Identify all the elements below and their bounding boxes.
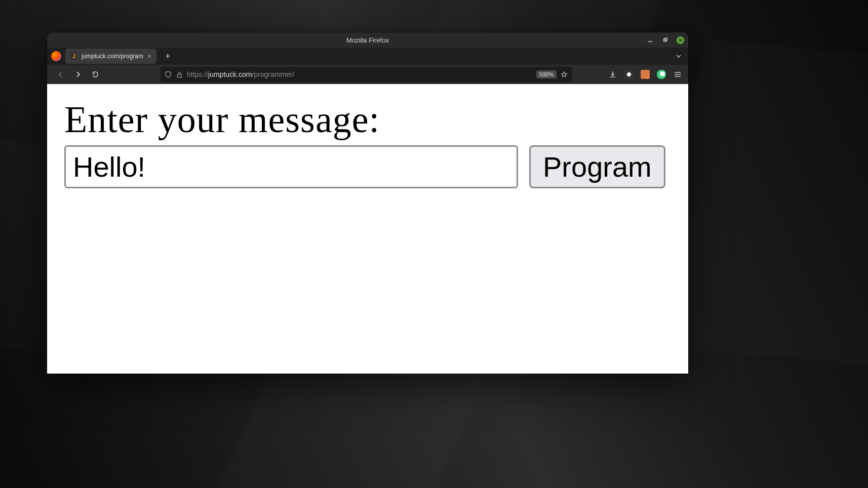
- shield-icon: [165, 71, 172, 78]
- browser-window: Mozilla Firefox J jumptuck.com/program ×…: [47, 32, 688, 374]
- url-host: jumptuck.com: [208, 70, 252, 78]
- svg-rect-5: [177, 74, 181, 77]
- downloads-button[interactable]: [608, 70, 617, 79]
- window-title: Mozilla Firefox: [346, 36, 389, 44]
- lock-icon: [176, 71, 183, 78]
- hamburger-menu-button[interactable]: [673, 70, 682, 79]
- extension-icon-2[interactable]: [641, 70, 650, 79]
- extension-icon-1[interactable]: [624, 70, 634, 79]
- tab-bar: J jumptuck.com/program × +: [47, 48, 688, 65]
- reload-button[interactable]: [88, 67, 103, 82]
- bookmark-star-icon[interactable]: [561, 71, 568, 78]
- toolbar-right: [608, 70, 682, 79]
- firefox-logo-icon: [51, 51, 61, 61]
- extension-toggle-icon[interactable]: [657, 70, 666, 79]
- browser-tab[interactable]: J jumptuck.com/program ×: [65, 49, 156, 64]
- tab-title: jumptuck.com/program: [82, 53, 143, 60]
- url-path: /programmer/: [252, 70, 294, 78]
- page-heading: Enter your message:: [64, 98, 671, 141]
- program-button[interactable]: Program: [529, 145, 665, 188]
- close-button[interactable]: [677, 36, 684, 44]
- back-button[interactable]: [53, 67, 68, 82]
- minimize-button[interactable]: [646, 36, 654, 44]
- url-protocol: https://: [187, 70, 208, 78]
- tab-close-button[interactable]: ×: [147, 52, 151, 60]
- new-tab-button[interactable]: +: [162, 51, 174, 62]
- address-bar[interactable]: https://jumptuck.com/programmer/ 500%: [161, 67, 572, 82]
- maximize-button[interactable]: [661, 36, 669, 44]
- forward-button[interactable]: [70, 67, 86, 82]
- tab-favicon-icon: J: [70, 53, 77, 60]
- window-controls: [646, 32, 684, 48]
- page-content: Enter your message: Program: [47, 84, 688, 374]
- message-form: Program: [64, 145, 671, 188]
- tabs-dropdown-button[interactable]: [675, 53, 682, 60]
- navigation-toolbar: https://jumptuck.com/programmer/ 500%: [47, 65, 688, 84]
- window-titlebar: Mozilla Firefox: [47, 32, 688, 48]
- url-text: https://jumptuck.com/programmer/: [187, 70, 532, 78]
- message-input[interactable]: [64, 145, 518, 188]
- zoom-level-badge[interactable]: 500%: [536, 70, 557, 78]
